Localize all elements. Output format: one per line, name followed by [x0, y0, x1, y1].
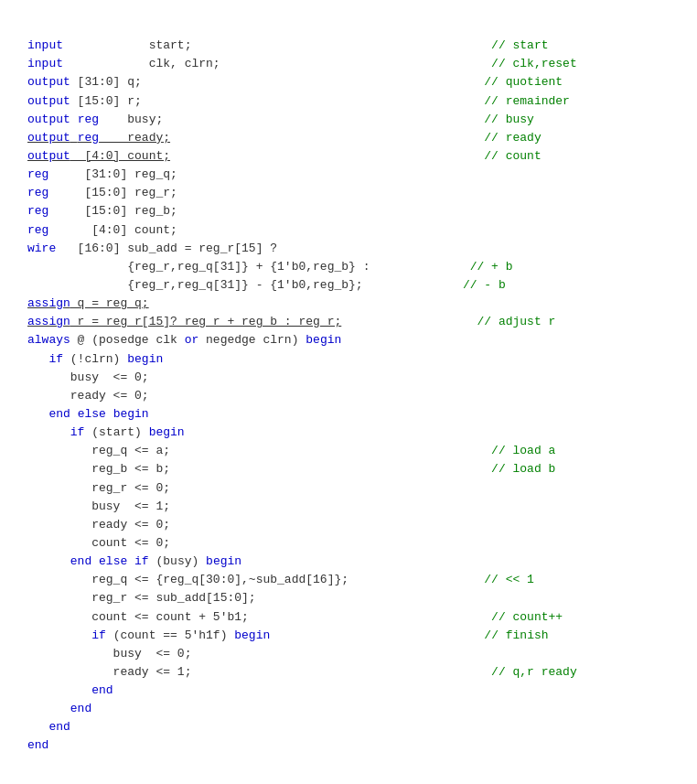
- line-21: end else begin: [27, 407, 149, 421]
- line-37: end: [27, 702, 91, 715]
- line-38: end: [27, 720, 70, 734]
- line-8: reg [31:0] reg_q;: [27, 167, 177, 181]
- line-32: count <= count + 5'b1; // count++: [27, 610, 563, 624]
- line-13: {reg_r,reg_q[31]} + {1'b0,reg_b} : // + …: [27, 260, 513, 274]
- line-20: ready <= 0;: [27, 389, 149, 403]
- line-39: end: [27, 738, 48, 752]
- line-17: always @ (posedge clk or negedge clrn) b…: [27, 333, 341, 347]
- line-28: count <= 0;: [27, 536, 170, 550]
- line-24: reg_b <= b; // load b: [27, 462, 555, 476]
- line-35: ready <= 1; // q,r ready: [27, 665, 577, 679]
- line-4: output [15:0] r; // remainder: [27, 94, 570, 108]
- line-9: reg [15:0] reg_r;: [27, 186, 177, 199]
- line-16: assign r = reg_r[15]? reg_r + reg_b : re…: [27, 315, 555, 328]
- line-36: end: [27, 683, 113, 697]
- line-26: busy <= 1;: [27, 499, 170, 513]
- line-5: output reg busy; // busy: [27, 113, 534, 126]
- line-12: wire [16:0] sub_add = reg_r[15] ?: [27, 242, 277, 255]
- line-34: busy <= 0;: [27, 647, 191, 660]
- line-6: output reg ready; // ready: [27, 131, 542, 145]
- line-7: output [4:0] count; // count: [27, 149, 542, 163]
- line-33: if (count == 5'h1f) begin // finish: [27, 628, 549, 642]
- line-23: reg_q <= a; // load a: [27, 444, 555, 457]
- line-29: end else if (busy) begin: [27, 554, 241, 568]
- line-31: reg_r <= sub_add[15:0];: [27, 591, 256, 605]
- line-22: if (start) begin: [27, 425, 185, 439]
- code-container: input start; // start input clk, clrn; /…: [27, 18, 670, 756]
- line-25: reg_r <= 0;: [27, 481, 170, 495]
- line-2: input clk, clrn; // clk,reset: [27, 57, 577, 70]
- line-27: ready <= 0;: [27, 518, 170, 532]
- line-3: output [31:0] q; // quotient: [27, 75, 563, 89]
- line-30: reg_q <= {reg_q[30:0],~sub_add[16]}; // …: [27, 573, 534, 586]
- line-19: busy <= 0;: [27, 371, 149, 384]
- line-1: input start; // start: [27, 38, 549, 52]
- line-18: if (!clrn) begin: [27, 352, 163, 366]
- line-11: reg [4:0] count;: [27, 223, 177, 237]
- line-14: {reg_r,reg_q[31]} - {1'b0,reg_b}; // - b: [27, 278, 506, 292]
- line-10: reg [15:0] reg_b;: [27, 204, 177, 218]
- line-15: assign q = reg_q;: [27, 296, 149, 310]
